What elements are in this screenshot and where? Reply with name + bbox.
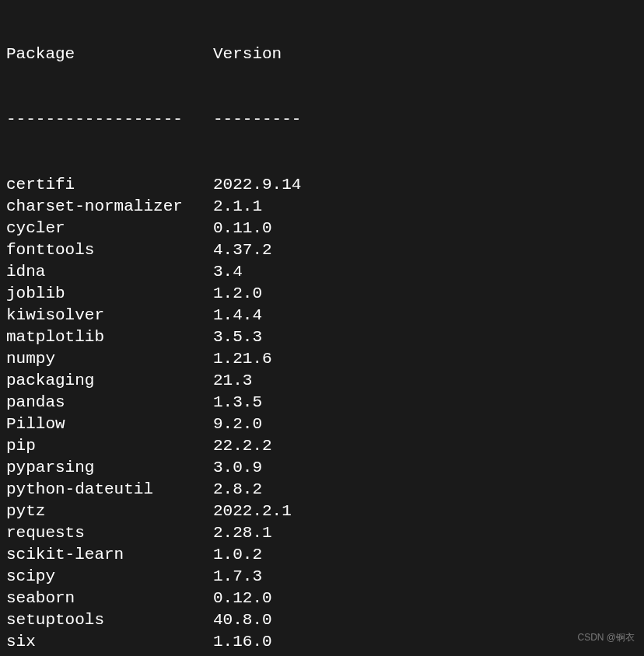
package-name: cycler [6, 218, 213, 239]
table-row: fonttools4.37.2 [6, 239, 638, 261]
package-name: pyparsing [6, 457, 213, 479]
header-package: Package [6, 44, 213, 65]
package-version: 2022.9.14 [213, 174, 301, 196]
package-name: kiwisolver [6, 305, 213, 326]
separator-package: ------------------ [6, 109, 213, 131]
package-version: 22.2.2 [213, 435, 272, 457]
table-row: joblib1.2.0 [6, 283, 638, 305]
package-name: certifi [6, 174, 213, 196]
package-version: 9.2.0 [213, 413, 262, 435]
package-name: setuptools [6, 609, 213, 631]
table-row: requests2.28.1 [6, 522, 638, 544]
package-version: 3.5.3 [213, 326, 262, 348]
package-name: seaborn [6, 588, 213, 609]
package-name: requests [6, 522, 213, 544]
package-version: 3.0.9 [213, 457, 262, 479]
table-row: six1.16.0 [6, 631, 638, 653]
package-version: 3.4 [213, 261, 243, 283]
package-name: numpy [6, 348, 213, 370]
package-version: 2.28.1 [213, 522, 272, 544]
table-row: packaging21.3 [6, 370, 638, 392]
table-row: pyparsing3.0.9 [6, 457, 638, 479]
table-row: pandas1.3.5 [6, 392, 638, 413]
package-name: six [6, 631, 213, 653]
table-row: scikit-learn1.0.2 [6, 544, 638, 566]
table-row: pytz2022.2.1 [6, 501, 638, 522]
table-header-row: Package Version [6, 44, 638, 65]
package-version: 4.37.2 [213, 239, 272, 261]
package-name: fonttools [6, 239, 213, 261]
package-version: 3.1.0 [213, 653, 262, 656]
package-name: joblib [6, 283, 213, 305]
table-row: pip22.2.2 [6, 435, 638, 457]
package-version: 0.12.0 [213, 588, 272, 609]
package-version: 1.0.2 [213, 544, 262, 566]
package-name: pytz [6, 501, 213, 522]
table-row: idna3.4 [6, 261, 638, 283]
package-name: python-dateutil [6, 479, 213, 501]
package-name: charset-normalizer [6, 196, 213, 218]
package-version: 21.3 [213, 370, 252, 392]
package-name: idna [6, 261, 213, 283]
package-name: packaging [6, 370, 213, 392]
header-version: Version [213, 44, 282, 65]
package-name: scikit-learn [6, 544, 213, 566]
package-version: 2.8.2 [213, 479, 262, 501]
package-version: 1.21.6 [213, 348, 272, 370]
table-row: cycler0.11.0 [6, 218, 638, 239]
package-name: matplotlib [6, 326, 213, 348]
table-row: charset-normalizer2.1.1 [6, 196, 638, 218]
table-row: threadpoolctl3.1.0 [6, 653, 638, 656]
table-row: scipy1.7.3 [6, 566, 638, 588]
table-row: kiwisolver1.4.4 [6, 305, 638, 326]
package-name: pandas [6, 392, 213, 413]
table-row: numpy1.21.6 [6, 348, 638, 370]
package-name: threadpoolctl [6, 653, 213, 656]
table-row: python-dateutil2.8.2 [6, 479, 638, 501]
table-row: matplotlib3.5.3 [6, 326, 638, 348]
package-version: 1.3.5 [213, 392, 262, 413]
package-version: 40.8.0 [213, 609, 272, 631]
package-version: 1.4.4 [213, 305, 262, 326]
package-name: pip [6, 435, 213, 457]
package-name: Pillow [6, 413, 213, 435]
separator-version: --------- [213, 109, 301, 131]
table-row: seaborn0.12.0 [6, 588, 638, 609]
table-separator-row: ------------------ --------- [6, 109, 638, 131]
package-list: certifi2022.9.14charset-normalizer2.1.1c… [6, 174, 638, 656]
package-version: 2.1.1 [213, 196, 262, 218]
terminal-output: Package Version ------------------ -----… [6, 0, 638, 656]
package-name: scipy [6, 566, 213, 588]
package-version: 0.11.0 [213, 218, 272, 239]
package-version: 1.7.3 [213, 566, 262, 588]
table-row: Pillow9.2.0 [6, 413, 638, 435]
table-row: setuptools40.8.0 [6, 609, 638, 631]
package-version: 1.2.0 [213, 283, 262, 305]
watermark: CSDN @锕衣 [577, 626, 635, 648]
package-version: 2022.2.1 [213, 501, 292, 522]
package-version: 1.16.0 [213, 631, 272, 653]
table-row: certifi2022.9.14 [6, 174, 638, 196]
